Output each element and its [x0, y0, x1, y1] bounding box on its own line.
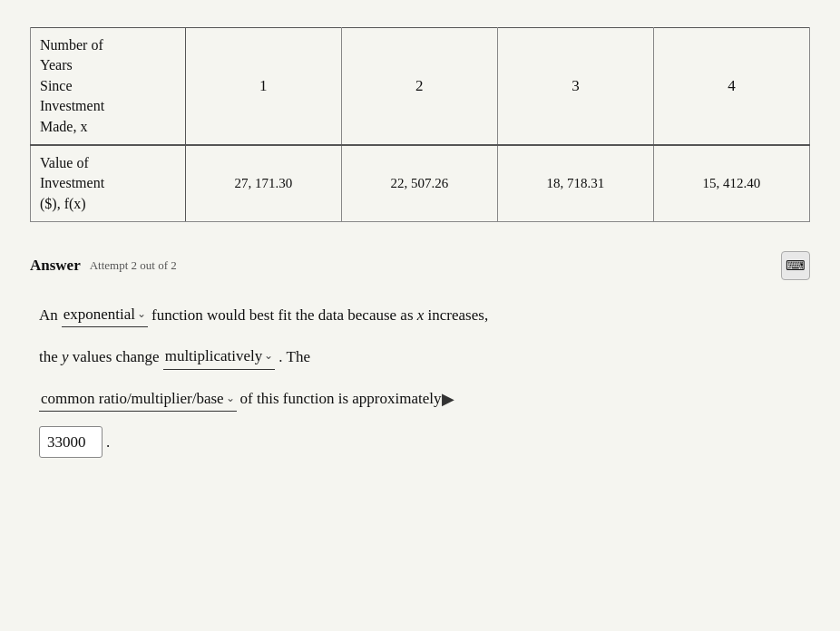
- main-container: Number of Years Since Investment Made, x…: [30, 18, 810, 458]
- dropdown-common-ratio[interactable]: common ratio/multiplier/base ⌄: [39, 386, 237, 412]
- value-cell-4: 15, 412.40: [653, 145, 809, 222]
- x-header-line5: Made, x: [40, 119, 87, 134]
- dropdown-exponential-value: exponential: [63, 302, 135, 326]
- sentence2-prefix: the y values change: [39, 345, 160, 369]
- dropdown-common-ratio-value: common ratio/multiplier/base: [41, 386, 224, 411]
- fx-header-line3: ($), f(x): [40, 196, 86, 211]
- cursor-arrow-icon: ▶: [442, 386, 454, 413]
- keyboard-icon: ⌨: [786, 257, 806, 274]
- sentence-block: An exponential ⌄ function would best fit…: [39, 302, 810, 458]
- dropdown-exponential[interactable]: exponential ⌄: [62, 302, 148, 327]
- answer-section: Answer Attempt 2 out of 2 ⌨ An exponenti…: [30, 251, 810, 458]
- col-header-1: 1: [185, 28, 341, 145]
- sentence2-suffix: . The: [278, 345, 310, 369]
- fx-header-line1: Value of: [40, 155, 89, 170]
- var-x: x: [417, 306, 425, 324]
- table-row-headers: Number of Years Since Investment Made, x…: [31, 28, 810, 145]
- sentence-row-3: common ratio/multiplier/base ⌄ of this f…: [39, 386, 810, 413]
- col-header-2: 2: [341, 28, 497, 145]
- chevron-down-icon-3: ⌄: [226, 390, 235, 407]
- fx-header-cell: Value of Investment ($), f(x): [31, 145, 186, 222]
- answer-period: .: [106, 430, 110, 454]
- attempt-text: Attempt 2 out of 2: [90, 258, 177, 273]
- value-cell-3: 18, 718.31: [497, 145, 653, 222]
- x-header-line1: Number of: [40, 37, 103, 53]
- var-y: y: [62, 348, 69, 365]
- x-header-line4: Investment: [40, 98, 104, 113]
- sentence-row-2: the y values change multiplicatively ⌄ .…: [39, 344, 810, 369]
- sentence1-prefix: An: [39, 303, 58, 327]
- answer-input[interactable]: 33000: [39, 426, 103, 458]
- fx-header-line2: Investment: [40, 175, 104, 190]
- dropdown-multiplicatively-value: multiplicatively: [165, 344, 263, 368]
- sentence1-middle: function would best fit the data because…: [151, 303, 488, 327]
- col-header-3: 3: [497, 28, 653, 145]
- table-row-values: Value of Investment ($), f(x) 27, 171.30…: [31, 145, 810, 222]
- answer-input-value: 33000: [47, 433, 86, 451]
- col-header-4: 4: [653, 28, 809, 145]
- x-header-line3: Since: [40, 78, 73, 93]
- value-cell-1: 27, 171.30: [185, 145, 341, 222]
- sentence3-middle: of this function is approximately: [240, 386, 442, 411]
- value-cell-2: 22, 507.26: [341, 145, 497, 222]
- answer-label: Answer: [30, 257, 81, 275]
- data-table: Number of Years Since Investment Made, x…: [30, 27, 810, 222]
- sentence-row-1: An exponential ⌄ function would best fit…: [39, 302, 810, 327]
- answer-input-row: 33000 .: [39, 426, 810, 458]
- chevron-down-icon: ⌄: [137, 306, 146, 323]
- chevron-down-icon-2: ⌄: [264, 347, 273, 364]
- answer-label-row: Answer Attempt 2 out of 2 ⌨: [30, 251, 810, 280]
- dropdown-multiplicatively[interactable]: multiplicatively ⌄: [163, 344, 276, 369]
- x-header-line2: Years: [40, 57, 73, 73]
- keyboard-icon-button[interactable]: ⌨: [781, 251, 810, 280]
- x-header-cell: Number of Years Since Investment Made, x: [31, 28, 186, 145]
